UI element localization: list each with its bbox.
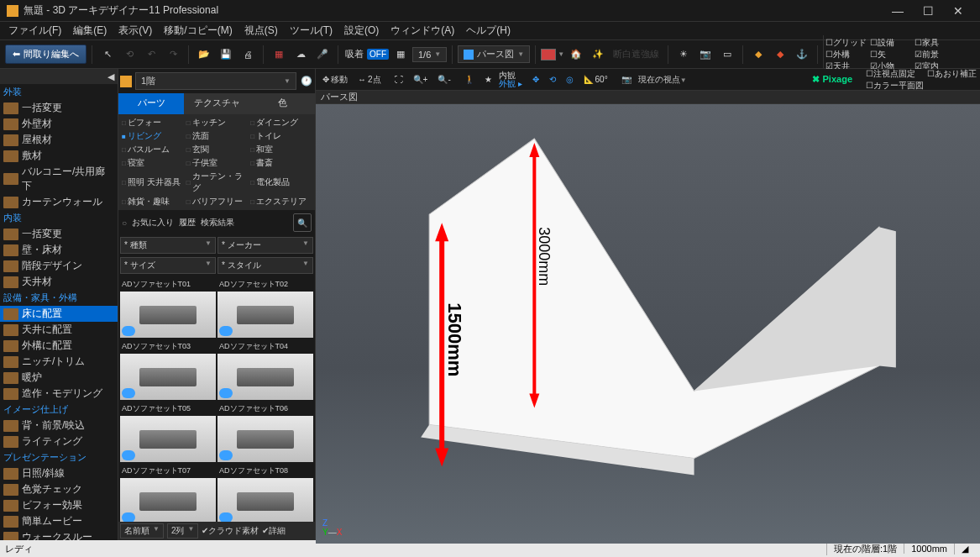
display-toggle[interactable]: ☐家具 [914, 37, 956, 49]
display-toggle[interactable]: ☐矢 [870, 49, 911, 60]
menu-item[interactable]: 編集(E) [68, 22, 112, 39]
parts-tab[interactable]: 色 [249, 93, 315, 114]
save-icon[interactable]: 💾 [216, 45, 236, 65]
detail-toggle[interactable]: ✔詳細 [262, 525, 286, 537]
category-item[interactable]: ビフォー効果 [0, 497, 118, 513]
category-item[interactable]: ウォークスルー [0, 529, 118, 540]
part-item[interactable]: ADソファセットT03 [120, 339, 216, 400]
panel-collapse-icon[interactable]: ◀ [0, 69, 118, 84]
category-item[interactable]: 日照/斜線 [0, 465, 118, 481]
sort-dropdown[interactable]: 名前順▼ [120, 523, 164, 539]
category-item[interactable]: 背・前景/映込 [0, 418, 118, 434]
photo-icon[interactable]: 📷 [695, 45, 715, 65]
color-plan-toggle[interactable]: ☐カラー平面図 [866, 80, 924, 92]
sun-icon[interactable]: ☀ [673, 45, 694, 65]
mic-icon[interactable]: 🎤 [312, 45, 333, 65]
category-item[interactable]: 床に配置 [0, 306, 118, 322]
category-item[interactable]: 敷材 [0, 148, 118, 164]
category-item[interactable]: カーテンウォール [0, 194, 118, 210]
category-item[interactable]: 一括変更 [0, 226, 118, 242]
room-category[interactable]: カーテン・ラグ [185, 170, 249, 195]
part-item[interactable]: ADソファセットT02 [217, 277, 313, 338]
part-item[interactable]: ADソファセットT05 [120, 402, 216, 462]
room-category[interactable]: バスルーム [120, 143, 185, 156]
print-icon[interactable]: 🖨 [238, 45, 258, 65]
history-tab[interactable]: 履歴 [179, 217, 196, 229]
category-item[interactable]: バルコニー/共用廊下 [0, 164, 118, 194]
display-toggle[interactable]: ☑前景 [914, 49, 956, 60]
room-category[interactable]: ダイニング [249, 116, 313, 129]
part-item[interactable]: ADソファセットT04 [217, 339, 313, 400]
cloud-icon[interactable]: ☁ [291, 45, 311, 65]
grid-ratio-dropdown[interactable]: 1/6▼ [412, 47, 447, 62]
zoom-out-icon[interactable]: 🔍- [434, 73, 453, 86]
floor-dropdown[interactable]: 1階▼ [135, 72, 296, 90]
menu-item[interactable]: 視点(S) [239, 22, 283, 39]
zoom-fit-icon[interactable]: ⛶ [391, 73, 406, 86]
camera-icon[interactable]: 📷 [618, 73, 635, 86]
menu-item[interactable]: ツール(T) [285, 22, 338, 39]
time-icon[interactable]: 🕐 [300, 76, 313, 87]
orbit-icon[interactable]: ⟲ [546, 73, 559, 86]
3d-canvas[interactable]: 3000mm 1500mm Z Y—X [316, 104, 980, 544]
display-toggle[interactable]: ☐グリッド [825, 37, 867, 49]
category-item[interactable]: 一括変更 [0, 100, 118, 116]
columns-dropdown[interactable]: 2列▼ [167, 523, 198, 539]
category-item[interactable]: 簡単ムービー [0, 513, 118, 529]
menu-item[interactable]: ファイル(F) [3, 22, 66, 39]
zoom-in-icon[interactable]: 🔍+ [410, 73, 432, 86]
close-button[interactable]: ✕ [943, 1, 973, 21]
room-category[interactable]: 雑貨・趣味 [120, 195, 185, 208]
room-category[interactable]: トイレ [249, 129, 313, 143]
menu-item[interactable]: 移動/コピー(M) [159, 22, 237, 39]
part-item[interactable]: ADソファセットT08 [217, 464, 313, 522]
undo-icon[interactable]: ↶ [141, 45, 161, 65]
maximize-button[interactable]: ☐ [913, 1, 943, 21]
category-item[interactable]: 暖炉 [0, 370, 118, 386]
look-icon[interactable]: ◎ [563, 73, 577, 86]
room-category[interactable]: 玄関 [185, 143, 249, 156]
part-item[interactable]: ADソファセットT06 [217, 402, 313, 462]
category-item[interactable]: 壁・床材 [0, 242, 118, 258]
status-resize-grip[interactable]: ◢ [954, 544, 975, 554]
category-item[interactable]: 屋根材 [0, 132, 118, 148]
house-icon[interactable]: 🏠 [566, 45, 586, 65]
screen-icon[interactable]: ▭ [717, 45, 737, 65]
room-category[interactable]: リビング [120, 129, 185, 143]
two-points-button[interactable]: ↔2点 [354, 72, 385, 87]
category-item[interactable]: 天井に配置 [0, 322, 118, 338]
parts-tab[interactable]: テクスチャ [184, 93, 249, 114]
anchor-icon[interactable]: ⚓ [792, 45, 812, 65]
color-swatch[interactable] [541, 49, 556, 60]
pixage-logo[interactable]: ✖ Pixage [812, 74, 852, 85]
open-icon[interactable]: 📂 [194, 45, 214, 65]
move-button[interactable]: ✥移動 [319, 72, 351, 87]
search-icon[interactable]: 🔍 [293, 213, 312, 232]
category-item[interactable]: ニッチ/トリム [0, 354, 118, 370]
minimize-button[interactable]: — [883, 1, 913, 21]
snap-toggle[interactable]: OFF [367, 49, 389, 60]
rotate-tool-icon[interactable]: ⟲ [119, 45, 139, 65]
cube2-icon[interactable]: ◆ [770, 45, 790, 65]
room-category[interactable]: 子供室 [185, 156, 249, 170]
room-category[interactable]: バリアフリー [185, 195, 249, 208]
category-item[interactable]: 天井材 [0, 274, 118, 290]
tool-icon[interactable]: ▦ [269, 45, 289, 65]
room-category[interactable]: 洗面 [185, 129, 249, 143]
type-filter-dropdown[interactable]: * 種類▼ [120, 237, 216, 254]
part-item[interactable]: ADソファセットT07 [120, 464, 216, 522]
viewport-tab[interactable]: パース図 [316, 91, 980, 104]
display-toggle[interactable]: ☐外構 [825, 49, 867, 60]
room-category[interactable]: 寝室 [120, 156, 185, 170]
tilt-correction-toggle[interactable]: ☐あおり補正 [927, 68, 977, 80]
room-category[interactable]: 和室 [249, 143, 313, 156]
maker-filter-dropdown[interactable]: * メーカー▼ [217, 237, 313, 254]
category-item[interactable]: 色覚チェック [0, 481, 118, 497]
back-to-floorplan-button[interactable]: ⬅ 間取り編集へ [5, 45, 86, 64]
category-item[interactable]: 造作・モデリング [0, 386, 118, 402]
menu-item[interactable]: ヘルプ(H) [461, 22, 516, 39]
room-category[interactable]: ビフォー [120, 116, 185, 129]
wand-icon[interactable]: ✨ [588, 45, 608, 65]
category-item[interactable]: ライティング [0, 434, 118, 449]
fov-button[interactable]: 📐60° [580, 73, 611, 86]
